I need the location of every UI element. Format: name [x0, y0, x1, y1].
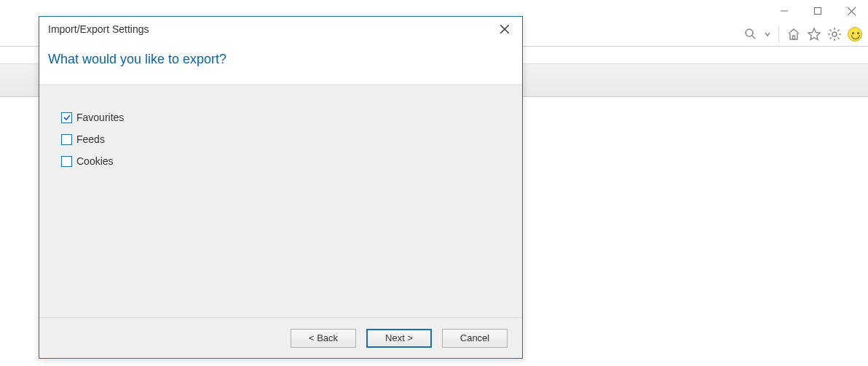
window-close-button[interactable] [835, 0, 868, 22]
dialog-titlebar: Import/Export Settings [39, 17, 522, 42]
toolbar-separator [778, 26, 779, 42]
feedback-smiley-icon[interactable] [846, 26, 864, 43]
option-cookies[interactable]: Cookies [61, 155, 500, 167]
dialog-body: Favourites Feeds Cookies [39, 85, 522, 317]
search-dropdown-icon[interactable] [762, 26, 773, 43]
dialog-heading: What would you like to export? [39, 42, 522, 85]
dialog-title: Import/Export Settings [48, 23, 149, 35]
back-button[interactable]: < Back [291, 329, 356, 348]
dialog-close-button[interactable] [494, 19, 515, 39]
search-icon[interactable] [742, 26, 760, 43]
window-controls [768, 0, 868, 22]
checkbox-feeds[interactable] [61, 134, 72, 145]
favorites-star-icon[interactable] [805, 26, 823, 43]
svg-point-8 [832, 32, 837, 36]
maximize-button[interactable] [801, 0, 835, 22]
option-label: Cookies [76, 155, 114, 167]
option-label: Feeds [76, 133, 105, 145]
svg-line-5 [752, 36, 755, 39]
checkbox-cookies[interactable] [61, 156, 72, 167]
next-button[interactable]: Next > [366, 329, 432, 348]
minimize-button[interactable] [768, 0, 801, 22]
svg-point-4 [746, 29, 753, 36]
import-export-dialog: Import/Export Settings What would you li… [39, 16, 523, 359]
dialog-footer: < Back Next > Cancel [39, 317, 522, 358]
svg-rect-6 [793, 36, 795, 39]
settings-gear-icon[interactable] [826, 26, 843, 43]
svg-rect-1 [815, 8, 821, 15]
option-label: Favourites [76, 112, 124, 123]
option-favourites[interactable]: Favourites [61, 112, 500, 123]
option-feeds[interactable]: Feeds [61, 133, 500, 145]
checkbox-favourites[interactable] [61, 112, 72, 123]
svg-marker-7 [808, 28, 820, 40]
home-icon[interactable] [785, 26, 802, 43]
cancel-button[interactable]: Cancel [442, 329, 508, 348]
